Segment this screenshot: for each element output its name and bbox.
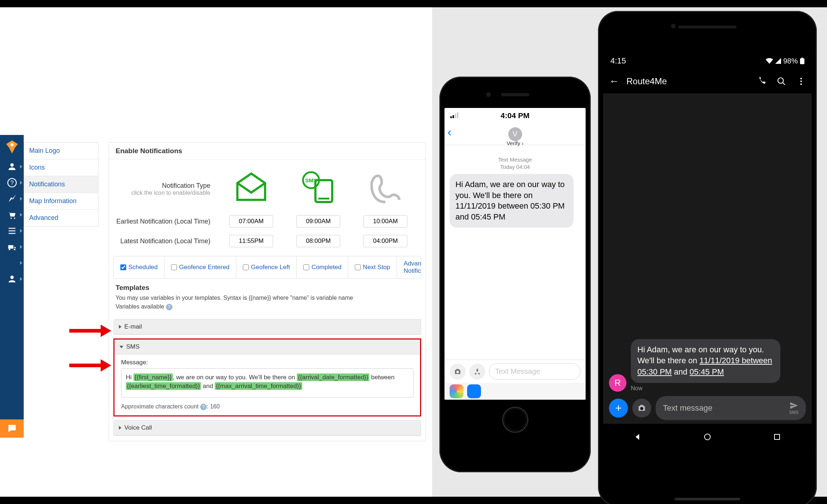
desktop-area: ? Main Logo Icons Notifications Map Info… [0, 7, 827, 497]
red-arrow-icon [69, 359, 111, 373]
camera-icon[interactable] [450, 364, 466, 380]
rail-analytics-icon[interactable] [0, 255, 24, 271]
tab-completed[interactable]: Completed [297, 256, 348, 278]
android-screen: 4:15 98% ← Route4Me R [603, 53, 812, 450]
templates-heading: Templates [116, 284, 419, 292]
message-bubble: Hi Adam, we are on our way to you. We'll… [450, 174, 574, 228]
phone-icon[interactable] [367, 170, 404, 208]
svg-rect-11 [450, 116, 452, 118]
appstore-app-icon[interactable] [467, 384, 481, 398]
photos-app-icon[interactable] [450, 384, 463, 398]
earliest-label: Earliest Notification (Local Time) [116, 218, 218, 225]
rail-settings-icon[interactable] [0, 271, 24, 287]
sidenav-map-info[interactable]: Map Information [24, 193, 98, 210]
sms-message-input[interactable]: Hi {{first_name}}, we are on our way to … [121, 368, 414, 398]
message-bubble: Hi Adam, we are on our way to you. We'll… [631, 339, 780, 383]
back-icon[interactable]: ‹ [447, 125, 451, 139]
back-icon[interactable]: ← [609, 75, 619, 87]
svg-point-22 [640, 407, 644, 410]
sms-latest-input[interactable] [296, 235, 340, 247]
search-icon[interactable] [777, 77, 786, 86]
sms-accordion-header[interactable]: SMS [114, 340, 420, 354]
help-icon[interactable]: ? [166, 304, 172, 310]
sender-avatar[interactable]: R [609, 374, 626, 392]
android-mockup: 4:15 98% ← Route4Me R [598, 11, 817, 504]
app-strip [444, 383, 586, 400]
message-time: Now [631, 385, 806, 392]
vars-available: Variables available ? [116, 303, 419, 310]
sidenav-notifications[interactable]: Notifications [24, 176, 98, 193]
rail-help-icon[interactable]: ? [0, 175, 24, 191]
call-icon[interactable] [757, 77, 766, 86]
rail-routes-icon[interactable] [0, 191, 24, 207]
svg-rect-24 [774, 434, 780, 439]
camera-icon[interactable] [632, 399, 651, 418]
type-label: Notification Type click the icon to enab… [116, 182, 218, 196]
nav-recent-icon[interactable] [773, 433, 781, 441]
iphone-text-input[interactable]: Text Message [489, 363, 581, 380]
voice-accordion-header[interactable]: Voice Call [114, 420, 421, 435]
geofence-entered-checkbox[interactable] [171, 264, 177, 270]
wifi-icon [766, 58, 773, 64]
triangle-icon [119, 325, 121, 329]
add-button[interactable]: + [609, 399, 628, 418]
tab-geofence-left[interactable]: Geofence Left [236, 256, 297, 278]
settings-sidenav: Main Logo Icons Notifications Map Inform… [24, 142, 98, 226]
android-navbar [603, 424, 812, 450]
svg-point-18 [778, 78, 783, 83]
svg-rect-6 [318, 198, 329, 199]
phone-latest-input[interactable] [364, 235, 407, 247]
conversation-title: Route4Me [626, 76, 750, 86]
email-earliest-input[interactable] [229, 215, 273, 228]
iphone-clock: 4:04 PM [501, 111, 529, 120]
char-count: Approximate characters count ?: 160 [114, 400, 420, 415]
tab-advance-link[interactable]: Advance Notification [397, 256, 421, 278]
home-button[interactable] [502, 407, 528, 433]
completed-checkbox[interactable] [303, 264, 309, 270]
android-camera [671, 24, 676, 28]
contact-name: Verify › [506, 140, 524, 146]
tab-next-stop[interactable]: Next Stop [348, 256, 397, 278]
voice-accordion: Voice Call [113, 420, 421, 436]
android-text-input[interactable]: Text message SMS [656, 396, 806, 420]
rail-cart-icon[interactable] [0, 207, 24, 223]
geofence-left-checkbox[interactable] [243, 264, 249, 270]
nav-back-icon[interactable] [633, 433, 642, 441]
email-latest-input[interactable] [229, 235, 273, 247]
iphone-speaker [501, 93, 529, 96]
scheduled-checkbox[interactable] [120, 264, 126, 270]
email-accordion-header[interactable]: E-mail [114, 319, 421, 334]
nav-home-icon[interactable] [703, 433, 712, 441]
android-thread: R Hi Adam, we are on our way to you. We'… [603, 339, 812, 392]
next-stop-checkbox[interactable] [355, 264, 361, 270]
rail-chat-icon[interactable] [0, 419, 24, 438]
help-icon[interactable]: ? [200, 404, 207, 410]
sidenav-main-logo[interactable]: Main Logo [24, 143, 98, 159]
iphone-mockup: 4:04 PM ‹ V Verify › Text MessageToday 0… [439, 77, 591, 472]
svg-point-15 [456, 371, 459, 373]
contact-avatar[interactable]: V [508, 127, 522, 141]
triangle-down-icon [120, 346, 123, 348]
svg-point-19 [800, 78, 802, 79]
send-button[interactable]: SMS [789, 401, 799, 415]
sms-earliest-input[interactable] [296, 215, 340, 228]
svg-rect-13 [455, 114, 456, 118]
more-icon[interactable] [796, 77, 806, 86]
svg-point-20 [800, 81, 802, 82]
svg-text:?: ? [10, 179, 13, 186]
rail-users-icon[interactable] [0, 159, 24, 175]
sidenav-icons[interactable]: Icons [24, 159, 98, 176]
email-icon[interactable] [233, 170, 269, 208]
rail-fleet-icon[interactable] [0, 239, 24, 255]
sms-icon[interactable]: SMS [300, 170, 337, 208]
battery-icon [800, 58, 804, 64]
sidenav-advanced[interactable]: Advanced [24, 210, 98, 226]
rail-list-icon[interactable] [0, 223, 24, 239]
templates-hint: You may use variables in your templates.… [116, 295, 419, 301]
svg-point-23 [704, 434, 710, 440]
appstore-icon[interactable] [469, 364, 485, 380]
phone-earliest-input[interactable] [364, 215, 407, 228]
tab-scheduled[interactable]: Scheduled [114, 256, 164, 278]
tab-geofence-entered[interactable]: Geofence Entered [164, 256, 236, 278]
notifications-panel: Enable Notifications Notification Type c… [109, 142, 426, 441]
